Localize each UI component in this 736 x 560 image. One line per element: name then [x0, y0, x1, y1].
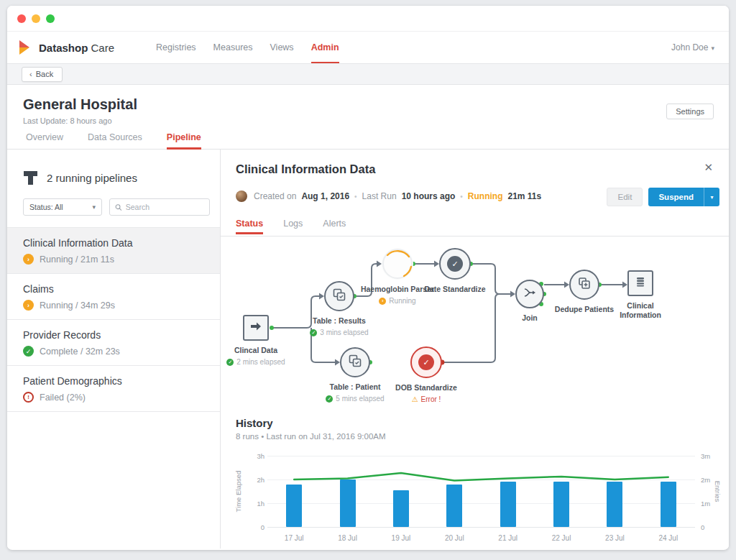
brand-logo[interactable]: Datashop Care: [17, 39, 114, 56]
node-label-clinical-data: Clincal Data✓2 mins elapsed: [221, 346, 290, 367]
status-text: Running / 21m 11s: [40, 254, 114, 265]
node-status-text: 5 mins elapsed: [336, 395, 384, 404]
right-axis-tick: 2m: [701, 476, 710, 484]
detail-tab-alerts[interactable]: Alerts: [323, 219, 346, 234]
pipeline-list-item[interactable]: Patient Demographics!Failed (2%): [7, 366, 220, 412]
node-status: ✓3 mins elapsed: [300, 329, 379, 338]
detail-tabs: StatusLogsAlerts: [236, 219, 346, 234]
node-status: ›Running: [354, 297, 441, 306]
app-window: Datashop Care RegistriesMeasuresViewsAdm…: [7, 6, 729, 550]
detail-tab-status[interactable]: Status: [236, 219, 263, 234]
nav-item-views[interactable]: Views: [262, 32, 303, 63]
tab-pipeline[interactable]: Pipeline: [167, 132, 201, 149]
suspend-dropdown-toggle[interactable]: ▾: [704, 188, 719, 206]
node-title: DOB Standardize: [387, 383, 466, 393]
node-join[interactable]: [515, 280, 544, 308]
node-table-results[interactable]: [324, 281, 354, 311]
content-area: 2 running pipelines Status: All ▾ Clinic…: [7, 150, 729, 548]
node-title: Dedupe Patients: [548, 305, 620, 314]
pipeline-list-item[interactable]: Clinical Information Data›Running / 21m …: [7, 228, 220, 274]
node-clinical-data[interactable]: [243, 315, 269, 341]
node-label-date-standardize: Date Standardize: [415, 285, 494, 294]
running-icon: ›: [379, 298, 386, 305]
pipeline-diagram: Clincal Data✓2 mins elapsedTable : Resul…: [230, 239, 729, 410]
node-table-patient[interactable]: [340, 347, 370, 377]
left-axis-tick: 3h: [246, 452, 264, 460]
node-status: ✓2 mins elapsed: [221, 358, 290, 367]
back-button[interactable]: ‹Back: [22, 67, 63, 82]
close-window-icon[interactable]: [17, 14, 26, 23]
nav-item-measures[interactable]: Measures: [205, 32, 262, 63]
pipeline-list-item[interactable]: Claims›Running / 34m 29s: [7, 274, 220, 320]
table-icon: [349, 354, 362, 370]
node-title: Table : Patient: [316, 382, 395, 392]
pipeline-item-title: Patient Demographics: [23, 375, 206, 387]
settings-button[interactable]: Settings: [666, 104, 714, 119]
node-label-dob-standardize: DOB Standardize⚠Error !: [387, 383, 466, 405]
search-box: [109, 198, 210, 216]
table-icon: [333, 288, 346, 304]
node-status: ✓5 mins elapsed: [316, 395, 395, 404]
tab-data-sources[interactable]: Data Sources: [88, 132, 142, 149]
pipeline-item-title: Clinical Information Data: [23, 237, 206, 249]
chevron-down-icon: ▾: [711, 45, 714, 52]
pipeline-item-title: Provider Records: [23, 329, 206, 341]
nav-item-registries[interactable]: Registries: [147, 32, 205, 63]
history-subtitle: 8 runs • Last run on Jul 31, 2016 9:00AM: [236, 432, 386, 441]
created-label: Created on: [254, 191, 296, 201]
nav-item-admin[interactable]: Admin: [303, 32, 348, 63]
minimize-window-icon[interactable]: [32, 14, 40, 23]
node-date-standardize[interactable]: ✓: [439, 248, 471, 280]
bullet-separator: •: [354, 193, 357, 201]
running-time: 21m 11s: [507, 191, 541, 201]
search-icon: [115, 203, 122, 211]
database-icon: [635, 276, 646, 290]
node-title: Date Standardize: [415, 285, 494, 294]
pipeline-icon: [23, 170, 38, 185]
check-icon: ✓: [310, 329, 317, 336]
status-running-icon: ›: [23, 254, 34, 265]
right-axis-title: Entries: [714, 474, 722, 508]
detail-tab-logs[interactable]: Logs: [283, 219, 303, 234]
node-dob-standardize[interactable]: ✓: [410, 346, 442, 378]
status-complete-icon: ✓: [23, 346, 34, 357]
node-title: Table : Results: [300, 316, 379, 326]
history-chart: 3h3m2h2m1h1m00Time ElapsedEntries17 Jul1…: [236, 450, 727, 545]
edit-button[interactable]: Edit: [607, 188, 643, 206]
arrow-right-icon: [250, 321, 262, 334]
node-label-clinical-information: Clinical Information: [612, 301, 668, 320]
left-axis-tick: 1h: [246, 500, 264, 508]
history-title: History: [236, 417, 273, 429]
node-label-join: Join: [508, 313, 551, 323]
node-label-dedupe-patients: Dedupe Patients: [548, 305, 620, 314]
node-haemoglobin-parser[interactable]: (.*): [382, 248, 413, 280]
maximize-window-icon[interactable]: [46, 14, 55, 23]
node-clinical-information[interactable]: [627, 270, 653, 296]
chevron-left-icon: ‹: [29, 70, 32, 78]
pipelines-sidebar: 2 running pipelines Status: All ▾ Clinic…: [7, 150, 221, 548]
search-input[interactable]: [126, 203, 204, 211]
close-icon[interactable]: ✕: [704, 161, 713, 174]
entries-line: [267, 456, 695, 527]
left-axis-tick: 2h: [246, 476, 264, 484]
pipeline-item-status: ›Running / 34m 29s: [23, 300, 206, 311]
suspend-button[interactable]: Suspend ▾: [648, 188, 719, 206]
pipeline-detail-panel: Clinical Information Data ✕ Created on A…: [221, 150, 729, 548]
tab-overview[interactable]: Overview: [26, 132, 63, 149]
left-axis-title: Time Elapsed: [234, 466, 242, 516]
top-navbar: Datashop Care RegistriesMeasuresViewsAdm…: [7, 32, 729, 64]
gridline: [267, 527, 695, 528]
user-menu[interactable]: John Doe▾: [671, 42, 714, 52]
status-failed-icon: !: [23, 392, 34, 403]
node-status-text: Error !: [421, 395, 441, 405]
x-axis-label: 18 Jul: [338, 534, 357, 542]
node-title: Clinical Information: [612, 301, 668, 320]
x-axis-label: 21 Jul: [498, 534, 518, 542]
pipeline-list-item[interactable]: Provider Records✓Complete / 32m 23s: [7, 320, 220, 366]
chevron-down-icon: ▾: [92, 203, 96, 211]
page-header: General Hospital Last Update: 8 hours ag…: [7, 85, 729, 150]
status-filter-dropdown[interactable]: Status: All ▾: [23, 198, 102, 216]
node-dedupe-patients[interactable]: [569, 270, 599, 300]
sidebar-header: 2 running pipelines: [7, 150, 220, 198]
x-axis-label: 20 Jul: [445, 534, 464, 542]
